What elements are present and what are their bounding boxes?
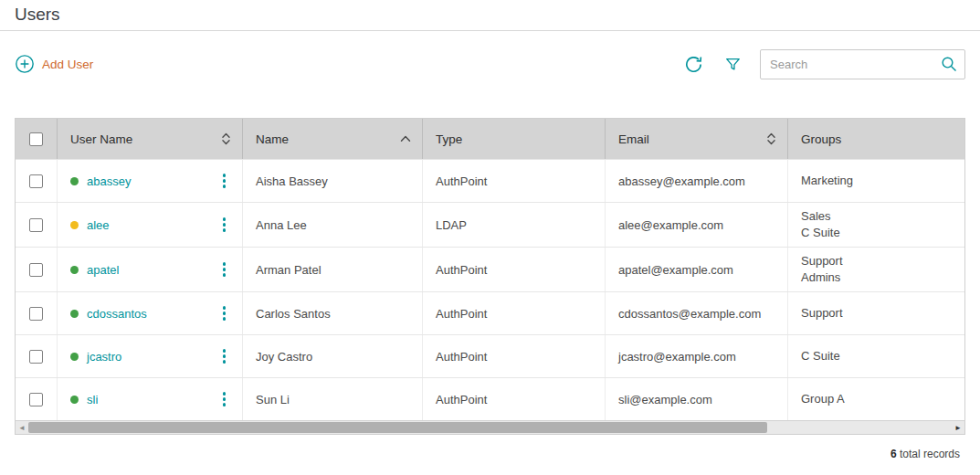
- toolbar: Add User: [15, 48, 965, 79]
- type-cell: AuthPoint: [423, 335, 606, 377]
- plus-circle-icon: [15, 54, 35, 74]
- status-dot: [70, 353, 79, 361]
- username-link[interactable]: cdossantos: [87, 307, 147, 321]
- column-label-groups: Groups: [801, 132, 841, 146]
- table-row: sli Sun Li AuthPoint sli@example.com Gro…: [16, 377, 964, 420]
- table-row: cdossantos Carlos Santos AuthPoint cdoss…: [16, 291, 964, 334]
- search-box: [760, 49, 965, 79]
- kebab-menu-icon[interactable]: [217, 171, 232, 191]
- email-cell: abassey@example.com: [606, 160, 788, 202]
- type-cell: AuthPoint: [423, 160, 606, 202]
- column-label-type: Type: [436, 132, 462, 146]
- select-all-header[interactable]: [16, 119, 58, 159]
- groups-cell: SalesC Suite: [788, 203, 964, 247]
- total-records-label: total records: [900, 448, 960, 460]
- username-cell: jcastro: [58, 335, 243, 377]
- table-header-row: User Name Name Type Email: [16, 119, 964, 159]
- sort-asc-icon[interactable]: [400, 135, 411, 142]
- type-cell: AuthPoint: [423, 292, 606, 334]
- row-checkbox[interactable]: [29, 350, 43, 364]
- username-link[interactable]: alee: [87, 218, 110, 232]
- email-cell: sli@example.com: [606, 378, 788, 420]
- kebab-menu-icon[interactable]: [217, 215, 232, 235]
- type-cell: LDAP: [423, 203, 606, 247]
- column-label-email: Email: [618, 132, 649, 146]
- sort-icon[interactable]: [766, 132, 776, 146]
- scrollbar-track[interactable]: [28, 421, 952, 434]
- scrollbar-thumb[interactable]: [28, 422, 767, 433]
- column-header-name[interactable]: Name: [243, 119, 423, 159]
- total-records: 6 total records: [0, 448, 960, 460]
- row-checkbox-cell: [16, 160, 58, 202]
- title-bar: Users: [0, 0, 980, 31]
- status-dot: [70, 310, 79, 318]
- select-all-checkbox[interactable]: [29, 132, 43, 146]
- sort-icon[interactable]: [221, 132, 231, 146]
- row-checkbox-cell: [16, 378, 58, 420]
- name-cell: Carlos Santos: [243, 292, 423, 334]
- total-records-count: 6: [890, 448, 897, 460]
- status-dot: [70, 396, 79, 404]
- email-cell: jcastro@example.com: [606, 335, 788, 377]
- username-cell: sli: [58, 378, 243, 420]
- kebab-menu-icon[interactable]: [217, 346, 232, 366]
- username-link[interactable]: jcastro: [87, 350, 121, 364]
- column-header-type[interactable]: Type: [423, 119, 606, 159]
- add-user-button[interactable]: Add User: [15, 54, 93, 74]
- username-link[interactable]: apatel: [87, 263, 119, 277]
- horizontal-scrollbar[interactable]: ◄ ►: [16, 420, 964, 434]
- username-link[interactable]: abassey: [87, 174, 131, 188]
- search-icon[interactable]: [940, 55, 958, 73]
- table-row: abassey Aisha Bassey AuthPoint abassey@e…: [16, 159, 964, 202]
- row-checkbox[interactable]: [29, 393, 43, 406]
- username-cell: alee: [58, 203, 243, 247]
- scroll-left-arrow-icon[interactable]: ◄: [16, 421, 28, 435]
- row-checkbox[interactable]: [29, 263, 43, 277]
- status-dot: [70, 266, 79, 274]
- type-cell: AuthPoint: [423, 248, 606, 291]
- row-checkbox[interactable]: [29, 218, 43, 232]
- email-cell: cdossantos@example.com: [606, 292, 788, 334]
- column-header-email[interactable]: Email: [606, 119, 788, 159]
- filter-funnel-icon[interactable]: [722, 54, 743, 75]
- groups-cell: Support: [788, 292, 964, 334]
- name-cell: Aisha Bassey: [243, 160, 423, 202]
- table-body: abassey Aisha Bassey AuthPoint abassey@e…: [16, 159, 964, 420]
- groups-cell: Group A: [788, 378, 964, 420]
- row-checkbox-cell: [16, 335, 58, 377]
- status-dot: [70, 177, 79, 185]
- toolbar-right: [681, 49, 965, 79]
- scroll-right-arrow-icon[interactable]: ►: [952, 421, 964, 435]
- users-page: Users Add User: [0, 0, 980, 475]
- refresh-icon[interactable]: [681, 52, 706, 77]
- page-title: Users: [15, 5, 965, 25]
- row-checkbox-cell: [16, 248, 58, 291]
- row-checkbox[interactable]: [29, 174, 43, 188]
- name-cell: Joy Castro: [243, 335, 423, 377]
- kebab-menu-icon[interactable]: [217, 259, 232, 280]
- groups-cell: SupportAdmins: [788, 248, 964, 291]
- column-header-groups[interactable]: Groups: [788, 119, 964, 159]
- table-row: apatel Arman Patel AuthPoint apatel@exam…: [16, 247, 964, 291]
- column-header-username[interactable]: User Name: [58, 119, 243, 159]
- column-label-name: Name: [256, 132, 289, 146]
- type-cell: AuthPoint: [423, 378, 606, 420]
- username-cell: apatel: [58, 248, 243, 291]
- name-cell: Arman Patel: [243, 248, 423, 291]
- row-checkbox-cell: [16, 292, 58, 334]
- table-row: alee Anna Lee LDAP alee@example.com Sale…: [16, 202, 964, 247]
- row-checkbox[interactable]: [29, 307, 43, 321]
- username-link[interactable]: sli: [87, 393, 98, 406]
- kebab-menu-icon[interactable]: [217, 389, 232, 409]
- add-user-label: Add User: [42, 58, 93, 71]
- users-table: User Name Name Type Email: [15, 118, 965, 435]
- name-cell: Sun Li: [243, 378, 423, 420]
- name-cell: Anna Lee: [243, 203, 423, 247]
- email-cell: apatel@example.com: [606, 248, 788, 291]
- search-input[interactable]: [760, 49, 965, 79]
- groups-cell: C Suite: [788, 335, 964, 377]
- username-cell: cdossantos: [58, 292, 243, 334]
- email-cell: alee@example.com: [606, 203, 788, 247]
- kebab-menu-icon[interactable]: [217, 303, 232, 323]
- column-label-username: User Name: [70, 132, 132, 146]
